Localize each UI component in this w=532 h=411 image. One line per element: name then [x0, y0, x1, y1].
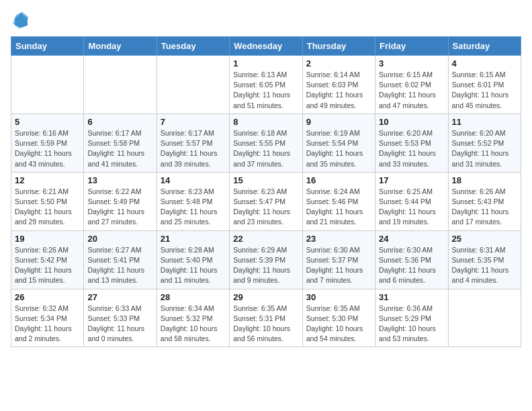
calendar-day-cell: 22Sunrise: 6:29 AM Sunset: 5:39 PM Dayli… [230, 230, 302, 289]
calendar-day-cell: 2Sunrise: 6:14 AM Sunset: 6:03 PM Daylig… [302, 56, 375, 114]
day-info: Sunrise: 6:20 AM Sunset: 5:53 PM Dayligh… [379, 128, 444, 169]
day-number: 22 [233, 234, 298, 244]
day-number: 23 [306, 234, 371, 244]
calendar-day-cell: 24Sunrise: 6:30 AM Sunset: 5:36 PM Dayli… [375, 230, 448, 289]
calendar-day-cell [11, 56, 84, 114]
day-number: 11 [452, 117, 517, 127]
calendar-day-cell: 16Sunrise: 6:24 AM Sunset: 5:46 PM Dayli… [302, 172, 375, 230]
calendar-day-cell: 7Sunrise: 6:17 AM Sunset: 5:57 PM Daylig… [157, 113, 229, 172]
calendar-day-cell: 15Sunrise: 6:23 AM Sunset: 5:47 PM Dayli… [230, 172, 302, 230]
day-info: Sunrise: 6:34 AM Sunset: 5:32 PM Dayligh… [161, 304, 226, 345]
day-info: Sunrise: 6:27 AM Sunset: 5:41 PM Dayligh… [87, 245, 152, 286]
weekday-header-cell: Sunday [11, 37, 84, 56]
calendar-day-cell: 29Sunrise: 6:35 AM Sunset: 5:31 PM Dayli… [230, 289, 302, 347]
day-number: 31 [379, 292, 444, 302]
day-number: 25 [452, 234, 517, 244]
calendar-day-cell: 13Sunrise: 6:22 AM Sunset: 5:49 PM Dayli… [84, 172, 157, 230]
day-number: 15 [233, 175, 298, 185]
day-info: Sunrise: 6:15 AM Sunset: 6:01 PM Dayligh… [452, 70, 517, 111]
weekday-header-row: SundayMondayTuesdayWednesdayThursdayFrid… [11, 37, 521, 56]
day-number: 21 [161, 234, 226, 244]
day-number: 14 [161, 175, 226, 185]
calendar-day-cell: 20Sunrise: 6:27 AM Sunset: 5:41 PM Dayli… [84, 230, 157, 289]
day-number: 17 [379, 175, 444, 185]
calendar-day-cell: 26Sunrise: 6:32 AM Sunset: 5:34 PM Dayli… [11, 289, 84, 347]
calendar-day-cell: 10Sunrise: 6:20 AM Sunset: 5:53 PM Dayli… [375, 113, 448, 172]
calendar-day-cell [84, 56, 157, 114]
weekday-header-cell: Thursday [302, 37, 375, 56]
calendar-day-cell: 17Sunrise: 6:25 AM Sunset: 5:44 PM Dayli… [375, 172, 448, 230]
calendar-day-cell: 30Sunrise: 6:35 AM Sunset: 5:30 PM Dayli… [302, 289, 375, 347]
calendar-week-row: 1Sunrise: 6:13 AM Sunset: 6:05 PM Daylig… [11, 56, 521, 114]
day-number: 6 [87, 117, 152, 127]
logo-icon [11, 11, 30, 30]
calendar-day-cell: 11Sunrise: 6:20 AM Sunset: 5:52 PM Dayli… [448, 113, 521, 172]
day-info: Sunrise: 6:35 AM Sunset: 5:30 PM Dayligh… [306, 304, 371, 345]
calendar-day-cell: 23Sunrise: 6:30 AM Sunset: 5:37 PM Dayli… [302, 230, 375, 289]
day-number: 1 [233, 58, 298, 68]
day-info: Sunrise: 6:23 AM Sunset: 5:48 PM Dayligh… [161, 187, 226, 228]
day-number: 12 [15, 175, 80, 185]
day-info: Sunrise: 6:35 AM Sunset: 5:31 PM Dayligh… [233, 304, 298, 345]
day-info: Sunrise: 6:22 AM Sunset: 5:49 PM Dayligh… [87, 187, 152, 228]
day-info: Sunrise: 6:30 AM Sunset: 5:37 PM Dayligh… [306, 245, 371, 286]
calendar-day-cell: 12Sunrise: 6:21 AM Sunset: 5:50 PM Dayli… [11, 172, 84, 230]
calendar-week-row: 5Sunrise: 6:16 AM Sunset: 5:59 PM Daylig… [11, 113, 521, 172]
day-info: Sunrise: 6:33 AM Sunset: 5:33 PM Dayligh… [87, 304, 152, 345]
calendar-week-row: 26Sunrise: 6:32 AM Sunset: 5:34 PM Dayli… [11, 289, 521, 347]
weekday-header-cell: Saturday [448, 37, 521, 56]
day-number: 24 [379, 234, 444, 244]
day-info: Sunrise: 6:28 AM Sunset: 5:40 PM Dayligh… [161, 245, 226, 286]
weekday-header-cell: Tuesday [157, 37, 229, 56]
page-header [11, 11, 521, 30]
weekday-header-cell: Friday [375, 37, 448, 56]
day-info: Sunrise: 6:17 AM Sunset: 5:58 PM Dayligh… [87, 128, 152, 169]
calendar-day-cell: 8Sunrise: 6:18 AM Sunset: 5:55 PM Daylig… [230, 113, 302, 172]
day-number: 27 [87, 292, 152, 302]
calendar-day-cell: 28Sunrise: 6:34 AM Sunset: 5:32 PM Dayli… [157, 289, 229, 347]
day-number: 28 [161, 292, 226, 302]
day-number: 16 [306, 175, 371, 185]
day-info: Sunrise: 6:20 AM Sunset: 5:52 PM Dayligh… [452, 128, 517, 169]
calendar-day-cell: 9Sunrise: 6:19 AM Sunset: 5:54 PM Daylig… [302, 113, 375, 172]
day-info: Sunrise: 6:15 AM Sunset: 6:02 PM Dayligh… [379, 70, 444, 111]
svg-marker-1 [13, 12, 28, 29]
day-info: Sunrise: 6:13 AM Sunset: 6:05 PM Dayligh… [233, 70, 298, 111]
day-number: 9 [306, 117, 371, 127]
calendar-table: SundayMondayTuesdayWednesdayThursdayFrid… [11, 36, 521, 347]
weekday-header-cell: Wednesday [230, 37, 302, 56]
day-info: Sunrise: 6:16 AM Sunset: 5:59 PM Dayligh… [15, 128, 80, 169]
calendar-day-cell: 19Sunrise: 6:26 AM Sunset: 5:42 PM Dayli… [11, 230, 84, 289]
day-number: 8 [233, 117, 298, 127]
day-info: Sunrise: 6:24 AM Sunset: 5:46 PM Dayligh… [306, 187, 371, 228]
weekday-header-cell: Monday [84, 37, 157, 56]
calendar-week-row: 12Sunrise: 6:21 AM Sunset: 5:50 PM Dayli… [11, 172, 521, 230]
calendar-week-row: 19Sunrise: 6:26 AM Sunset: 5:42 PM Dayli… [11, 230, 521, 289]
logo [11, 11, 32, 30]
calendar-day-cell: 25Sunrise: 6:31 AM Sunset: 5:35 PM Dayli… [448, 230, 521, 289]
day-info: Sunrise: 6:36 AM Sunset: 5:29 PM Dayligh… [379, 304, 444, 345]
day-info: Sunrise: 6:23 AM Sunset: 5:47 PM Dayligh… [233, 187, 298, 228]
calendar-day-cell [448, 289, 521, 347]
calendar-day-cell: 31Sunrise: 6:36 AM Sunset: 5:29 PM Dayli… [375, 289, 448, 347]
calendar-body: 1Sunrise: 6:13 AM Sunset: 6:05 PM Daylig… [11, 56, 521, 347]
calendar-day-cell: 1Sunrise: 6:13 AM Sunset: 6:05 PM Daylig… [230, 56, 302, 114]
day-number: 10 [379, 117, 444, 127]
calendar-day-cell: 27Sunrise: 6:33 AM Sunset: 5:33 PM Dayli… [84, 289, 157, 347]
calendar-day-cell: 5Sunrise: 6:16 AM Sunset: 5:59 PM Daylig… [11, 113, 84, 172]
calendar-day-cell [157, 56, 229, 114]
day-number: 20 [87, 234, 152, 244]
day-number: 13 [87, 175, 152, 185]
calendar-day-cell: 6Sunrise: 6:17 AM Sunset: 5:58 PM Daylig… [84, 113, 157, 172]
day-number: 4 [452, 58, 517, 68]
day-info: Sunrise: 6:14 AM Sunset: 6:03 PM Dayligh… [306, 70, 371, 111]
day-info: Sunrise: 6:31 AM Sunset: 5:35 PM Dayligh… [452, 245, 517, 286]
calendar-day-cell: 14Sunrise: 6:23 AM Sunset: 5:48 PM Dayli… [157, 172, 229, 230]
day-number: 26 [15, 292, 80, 302]
calendar-day-cell: 18Sunrise: 6:26 AM Sunset: 5:43 PM Dayli… [448, 172, 521, 230]
calendar-day-cell: 3Sunrise: 6:15 AM Sunset: 6:02 PM Daylig… [375, 56, 448, 114]
day-number: 29 [233, 292, 298, 302]
day-info: Sunrise: 6:26 AM Sunset: 5:43 PM Dayligh… [452, 187, 517, 228]
day-number: 7 [161, 117, 226, 127]
day-info: Sunrise: 6:17 AM Sunset: 5:57 PM Dayligh… [161, 128, 226, 169]
